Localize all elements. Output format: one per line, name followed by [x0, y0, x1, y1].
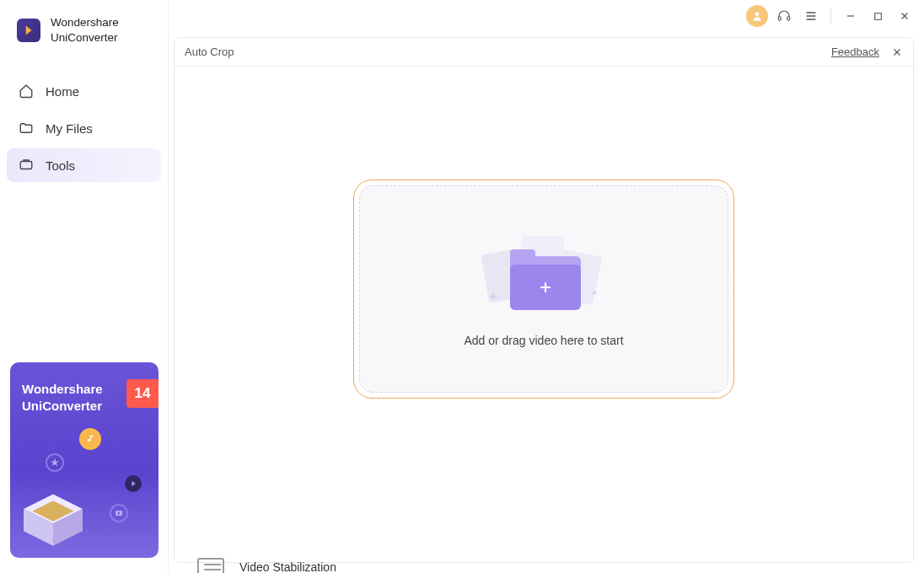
brand-name: Wondershare UniConverter [51, 15, 119, 46]
separator [830, 8, 831, 24]
titlebar [169, 0, 924, 32]
home-icon [19, 83, 34, 99]
add-folder-icon [510, 265, 581, 310]
folder-icon [19, 120, 34, 136]
sidebar-item-home[interactable]: Home [0, 74, 168, 108]
brand-logo-icon [17, 19, 40, 42]
music-note-icon [79, 428, 101, 450]
video-icon [110, 504, 128, 522]
sidebar-item-label: Tools [46, 158, 75, 173]
panel-body: ✦ ✦ Add or drag video here to start [175, 67, 913, 562]
promo-title: Wondershare UniConverter [22, 381, 103, 414]
minimize-icon [845, 10, 857, 22]
close-window-button[interactable] [894, 5, 916, 27]
close-icon [891, 46, 903, 58]
main-panel: Auto Crop Feedback ✦ ✦ [174, 37, 914, 563]
svg-point-6 [755, 12, 760, 16]
maximize-icon [873, 11, 884, 22]
sidebar-item-label: Home [46, 84, 79, 99]
user-icon [751, 10, 763, 22]
svg-rect-8 [787, 17, 790, 21]
sparkle-icon: ✦ [591, 288, 598, 297]
dropzone-outline: ✦ ✦ Add or drag video here to start [353, 179, 734, 399]
menu-button[interactable] [800, 5, 822, 27]
tool-row-video-stabilization[interactable]: Video Stabilization [197, 556, 336, 573]
tools-icon [19, 158, 34, 173]
nav: Home My Files Tools [0, 74, 168, 182]
promo-version-badge: 14 [126, 379, 158, 408]
svg-rect-0 [20, 162, 32, 169]
sidebar-item-tools[interactable]: Tools [7, 148, 161, 182]
promo-card[interactable]: Wondershare UniConverter 14 [10, 362, 158, 558]
sparkle-icon: ✦ [488, 290, 498, 303]
close-panel-button[interactable] [891, 46, 903, 58]
svg-rect-9 [874, 13, 881, 19]
brand: Wondershare UniConverter [0, 0, 168, 56]
minimize-button[interactable] [840, 5, 862, 27]
stabilization-icon [197, 558, 224, 573]
svg-rect-7 [778, 17, 781, 21]
feedback-link[interactable]: Feedback [831, 46, 879, 58]
dropzone-text: Add or drag video here to start [464, 334, 623, 347]
tool-row-label: Video Stabilization [239, 560, 336, 573]
panel-title: Auto Crop [185, 46, 234, 58]
close-icon [899, 10, 911, 22]
panel-header: Auto Crop Feedback [175, 38, 913, 67]
sidebar-item-myfiles[interactable]: My Files [0, 111, 168, 145]
sidebar-item-label: My Files [46, 121, 93, 136]
video-dropzone[interactable]: ✦ ✦ Add or drag video here to start [359, 185, 728, 393]
hamburger-icon [804, 9, 818, 23]
brand-line1: Wondershare [51, 15, 119, 30]
cube-icon [15, 490, 91, 549]
play-circle-icon [125, 475, 142, 492]
dropzone-artwork: ✦ ✦ [485, 231, 603, 315]
support-button[interactable] [773, 5, 795, 27]
brand-line2: UniConverter [51, 30, 119, 46]
star-icon [46, 453, 64, 472]
maximize-button[interactable] [867, 5, 889, 27]
sidebar: Wondershare UniConverter Home My Files T… [0, 0, 169, 573]
account-avatar-button[interactable] [746, 5, 768, 27]
headset-icon [776, 8, 792, 24]
plus-icon [537, 279, 554, 296]
